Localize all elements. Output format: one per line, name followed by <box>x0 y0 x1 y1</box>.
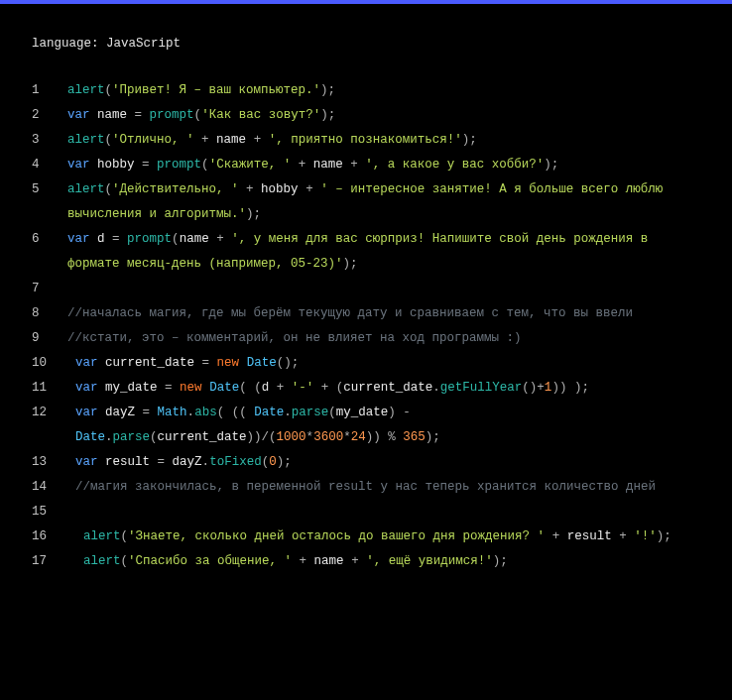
code-line[interactable]: alert('Привет! Я – ваш компьютер.'); <box>67 78 688 103</box>
language-label: language: JavaScript <box>32 32 700 57</box>
code-line[interactable]: //магия закончилась, в переменной result… <box>67 475 688 500</box>
code-line[interactable]: //кстати, это – комментарий, он не влияе… <box>67 326 688 351</box>
line-number: 6 <box>32 227 67 277</box>
code-line[interactable]: var hobby = prompt('Скажите, ' + name + … <box>67 153 688 177</box>
line-number: 5 <box>32 177 67 227</box>
editor-pane: language: JavaScript 1234567891011121314… <box>0 4 732 594</box>
code-block: 1234567891011121314151617 alert('Привет!… <box>32 78 700 574</box>
line-number: 13 <box>32 450 67 475</box>
line-number: 17 <box>32 549 67 574</box>
line-number: 11 <box>32 376 67 401</box>
code-line[interactable]: var d = prompt(name + ', у меня для вас … <box>67 227 688 277</box>
line-number: 4 <box>32 153 67 177</box>
code-line[interactable]: alert('Действительно, ' + hobby + ' – ин… <box>67 177 688 227</box>
line-number: 7 <box>32 277 67 301</box>
line-number: 10 <box>32 351 67 376</box>
line-number: 14 <box>32 475 67 500</box>
code-line[interactable]: var current_date = new Date(); <box>67 351 688 376</box>
code-line[interactable]: alert('Знаете, сколько дней осталось до … <box>67 525 688 549</box>
code-source[interactable]: alert('Привет! Я – ваш компьютер.');var … <box>67 78 700 574</box>
code-line[interactable] <box>67 500 688 525</box>
code-line[interactable]: var my_date = new Date( (d + '-' + (curr… <box>67 376 688 401</box>
line-number: 8 <box>32 301 67 326</box>
code-line[interactable]: var result = dayZ.toFixed(0); <box>67 450 688 475</box>
code-line[interactable]: var name = prompt('Как вас зовут?'); <box>67 103 688 128</box>
line-number: 16 <box>32 525 67 549</box>
line-number: 15 <box>32 500 67 525</box>
line-number: 1 <box>32 78 67 103</box>
line-number: 2 <box>32 103 67 128</box>
code-line[interactable]: alert('Спасибо за общение, ' + name + ',… <box>67 549 688 574</box>
line-number: 9 <box>32 326 67 351</box>
code-line[interactable]: var dayZ = Math.abs( (( Date.parse(my_da… <box>67 401 688 450</box>
line-number-gutter: 1234567891011121314151617 <box>32 78 67 574</box>
line-number: 12 <box>32 401 67 450</box>
code-line[interactable] <box>67 277 688 301</box>
code-line[interactable]: alert('Отлично, ' + name + ', приятно по… <box>67 128 688 153</box>
line-number: 3 <box>32 128 67 153</box>
code-line[interactable]: //началась магия, где мы берём текущую д… <box>67 301 688 326</box>
